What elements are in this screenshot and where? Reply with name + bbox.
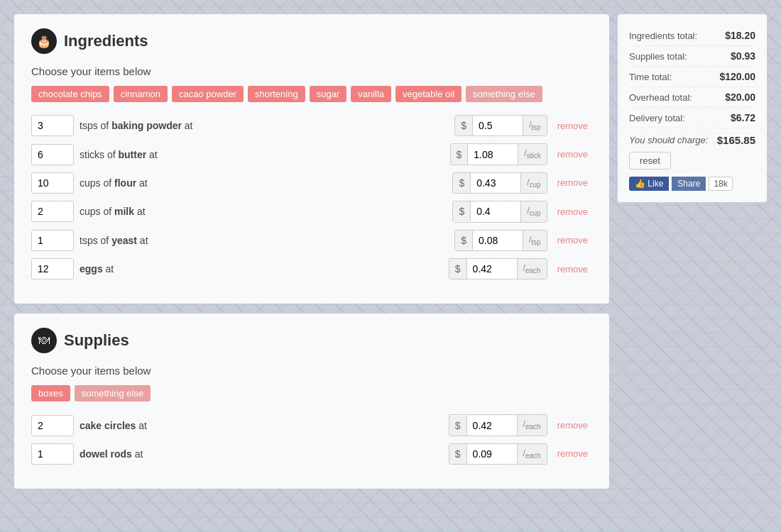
- supplies-tags: boxes something else: [31, 385, 592, 401]
- price-butter[interactable]: [468, 145, 518, 165]
- supplies-title: Supplies: [64, 331, 129, 350]
- supply-row-cake-circles: cake circles at $ /each remove: [31, 414, 592, 436]
- fb-count: 18k: [709, 177, 732, 191]
- ingredient-row-eggs: eggs at $ /each remove: [31, 258, 592, 279]
- ingredients-title: Ingredients: [64, 32, 148, 50]
- ingredients-tags: chocolate chips cinnamon cacao powder sh…: [31, 86, 592, 102]
- tag-cacao-powder[interactable]: cacao powder: [172, 86, 244, 102]
- price-group-baking-powder: $ /tsp: [454, 115, 547, 136]
- ingredients-card: 🎂 Ingredients Choose your items below ch…: [14, 14, 609, 304]
- dollar-eggs: $: [449, 259, 467, 279]
- label-cake-circles: cake circles at: [80, 420, 443, 431]
- price-group-milk: $ /cup: [452, 201, 547, 222]
- dollar-flour: $: [453, 173, 471, 193]
- tag-vegetable-oil[interactable]: vegetable oil: [395, 86, 462, 102]
- price-group-cake-circles: $ /each: [449, 414, 547, 436]
- label-yeast: tsps of yeast at: [80, 235, 449, 246]
- dollar-baking-powder: $: [455, 116, 473, 135]
- tag-boxes[interactable]: boxes: [31, 385, 70, 401]
- main-content: 🎂 Ingredients Choose your items below ch…: [14, 14, 609, 489]
- delivery-total-label: Delivery total:: [629, 113, 685, 123]
- dollar-yeast: $: [455, 231, 473, 250]
- delivery-total-row: Delivery total: $6.72: [629, 108, 755, 128]
- supplies-card: 🍽 Supplies Choose your items below boxes…: [14, 314, 609, 489]
- tag-shortening[interactable]: shortening: [248, 86, 305, 102]
- price-flour[interactable]: [471, 173, 520, 193]
- tag-something-else-supplies[interactable]: something else: [75, 385, 151, 401]
- tag-vanilla[interactable]: vanilla: [351, 86, 391, 102]
- unit-cake-circles: /each: [517, 415, 547, 435]
- qty-butter[interactable]: [31, 144, 74, 165]
- price-milk[interactable]: [471, 201, 520, 221]
- supplies-header: 🍽 Supplies: [31, 328, 592, 353]
- price-group-yeast: $ /tsp: [454, 230, 547, 251]
- ingredients-header: 🎂 Ingredients: [31, 28, 592, 54]
- time-total-label: Time total:: [629, 72, 672, 82]
- label-milk: cups of milk at: [80, 206, 447, 217]
- tag-chocolate-chips[interactable]: chocolate chips: [31, 86, 109, 102]
- supplies-total-label: Supplies total:: [629, 51, 687, 62]
- qty-eggs[interactable]: [31, 258, 74, 279]
- unit-yeast: /tsp: [523, 231, 547, 250]
- price-eggs[interactable]: [467, 259, 517, 279]
- ingredient-row-baking-powder: tsps of baking powder at $ /tsp remove: [31, 115, 592, 136]
- supplies-total-value: $0.93: [731, 50, 755, 62]
- overhead-total-value: $20.00: [725, 92, 755, 103]
- supply-row-dowel-rods: dowel rods at $ /each remove: [31, 443, 592, 465]
- reset-button[interactable]: reset: [629, 152, 671, 170]
- dollar-cake-circles: $: [449, 416, 467, 436]
- tag-something-else-ingredients[interactable]: something else: [466, 86, 542, 102]
- ingredients-choose-label: Choose your items below: [31, 65, 592, 77]
- qty-dowel-rods[interactable]: [31, 443, 74, 465]
- delivery-total-value: $6.72: [731, 112, 755, 123]
- dollar-butter: $: [451, 145, 469, 165]
- charge-label: You should charge:: [629, 135, 708, 145]
- remove-dowel-rods[interactable]: remove: [553, 445, 592, 462]
- qty-yeast[interactable]: [31, 230, 74, 251]
- remove-eggs[interactable]: remove: [553, 261, 592, 277]
- unit-eggs: /each: [517, 259, 547, 279]
- price-group-flour: $ /cup: [452, 172, 547, 194]
- price-dowel-rods[interactable]: [467, 444, 517, 464]
- fb-like-button[interactable]: 👍 Like: [629, 177, 669, 191]
- price-cake-circles[interactable]: [467, 416, 517, 436]
- time-total-value: $120.00: [719, 71, 755, 82]
- unit-dowel-rods: /each: [517, 444, 547, 464]
- fb-share-button[interactable]: Share: [672, 177, 706, 191]
- charge-value: $165.85: [717, 134, 755, 146]
- remove-baking-powder[interactable]: remove: [553, 118, 592, 134]
- price-yeast[interactable]: [473, 231, 523, 250]
- price-group-butter: $ /stick: [450, 143, 547, 165]
- ingredient-row-butter: sticks of butter at $ /stick remove: [31, 143, 592, 165]
- price-group-eggs: $ /each: [449, 258, 547, 279]
- overhead-total-label: Overhead total:: [629, 92, 692, 103]
- time-total-row: Time total: $120.00: [629, 67, 755, 87]
- remove-cake-circles[interactable]: remove: [553, 417, 592, 433]
- ingredients-total-row: Ingredients total: $18.20: [629, 26, 755, 46]
- charge-row: You should charge: $165.85: [629, 128, 755, 149]
- remove-milk[interactable]: remove: [553, 204, 592, 220]
- tag-sugar[interactable]: sugar: [310, 86, 347, 102]
- remove-butter[interactable]: remove: [553, 146, 592, 162]
- ingredients-icon: 🎂: [31, 28, 57, 54]
- ingredients-total-label: Ingredients total:: [629, 31, 697, 41]
- dollar-dowel-rods: $: [449, 444, 467, 464]
- ingredients-total-value: $18.20: [725, 30, 755, 41]
- label-dowel-rods: dowel rods at: [80, 448, 443, 460]
- remove-flour[interactable]: remove: [553, 174, 592, 191]
- qty-flour[interactable]: [31, 172, 74, 194]
- label-baking-powder: tsps of baking powder at: [80, 120, 449, 131]
- supplies-total-row: Supplies total: $0.93: [629, 46, 755, 67]
- unit-baking-powder: /tsp: [523, 116, 547, 135]
- label-flour: cups of flour at: [80, 177, 447, 189]
- fb-row: 👍 Like Share 18k: [629, 177, 755, 191]
- remove-yeast[interactable]: remove: [553, 232, 592, 248]
- price-baking-powder[interactable]: [473, 116, 523, 135]
- qty-milk[interactable]: [31, 201, 74, 222]
- tag-cinnamon[interactable]: cinnamon: [114, 86, 168, 102]
- qty-cake-circles[interactable]: [31, 415, 74, 436]
- price-group-dowel-rods: $ /each: [449, 443, 547, 465]
- qty-baking-powder[interactable]: [31, 115, 74, 136]
- ingredient-row-yeast: tsps of yeast at $ /tsp remove: [31, 230, 592, 251]
- supplies-choose-label: Choose your items below: [31, 365, 592, 377]
